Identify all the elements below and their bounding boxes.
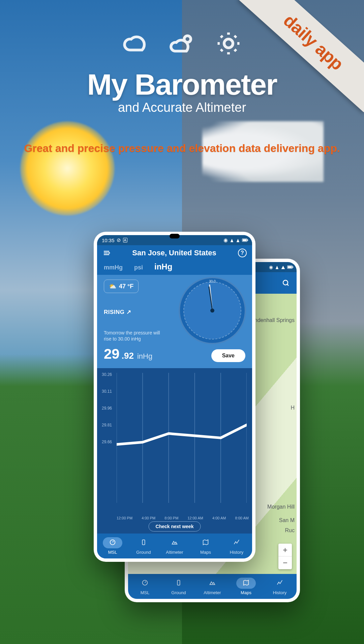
signal-icon: [237, 239, 239, 242]
weather-small-icon: ⛅: [109, 283, 116, 290]
pressure-decimal: .92: [122, 351, 134, 361]
gauge-icon: [109, 539, 116, 546]
chart-line-icon: [276, 579, 283, 586]
x-tick-0: 12:00 PM: [117, 516, 132, 520]
signal-icon: [276, 266, 278, 269]
ribbon-text: daily app: [280, 10, 347, 74]
mountain-icon: [171, 539, 178, 546]
bottom-nav-back: MSL Ground Altimeter Maps History: [128, 574, 297, 599]
battery-icon: [242, 238, 247, 242]
phone-icon: [175, 579, 182, 586]
y-tick-0: 30.26: [102, 372, 112, 377]
wifi-icon: [281, 266, 285, 269]
y-tick-4: 29.66: [102, 440, 112, 444]
do-not-disturb-icon: ⊘: [117, 237, 121, 243]
gauge-needle-white: [209, 284, 213, 311]
nav-msl[interactable]: MSL: [128, 574, 162, 599]
main-panel: ⛅ 47 °F RISING ↗ Tomorrow the pressure w…: [97, 275, 252, 368]
chart-line-icon: [233, 539, 240, 546]
gauge-needle-dark: [208, 286, 213, 311]
wifi-icon: [231, 239, 233, 242]
appbar: San Jose, United States ?: [97, 245, 252, 261]
nav-ground[interactable]: Ground: [162, 574, 195, 599]
svg-rect-12: [142, 540, 145, 545]
nav-msl-label: MSL: [141, 590, 150, 595]
check-next-week-button[interactable]: Check next week: [149, 521, 201, 532]
weather-icons-row: [122, 30, 242, 57]
nav-ground-label: Ground: [136, 550, 151, 555]
sun-icon: [215, 30, 242, 57]
mountain-icon: [209, 579, 216, 586]
save-button[interactable]: Save: [211, 349, 245, 362]
nav-altimeter-label: Altimeter: [204, 590, 221, 595]
map-label-ruc: Ruc: [285, 527, 295, 534]
x-tick-5: 8:00 AM: [235, 516, 249, 520]
menu-icon[interactable]: [102, 249, 111, 257]
tagline-text: Great and precise pressure and elevation…: [0, 142, 364, 155]
nav-ground[interactable]: Ground: [128, 534, 159, 558]
app-subtitle: and Accurate Altimeter: [0, 100, 364, 115]
x-tick-1: 4:00 PM: [142, 516, 155, 520]
map-zoom-control: + −: [278, 544, 292, 569]
camera-notch: [170, 234, 180, 238]
chart-line: [117, 373, 247, 503]
nav-maps-label: Maps: [241, 590, 251, 595]
promo-scene: daily app My Barometer and Accurate Alti…: [0, 0, 364, 644]
nav-maps[interactable]: Maps: [229, 574, 263, 599]
location-pin-icon: ◉: [269, 264, 273, 270]
title-block: My Barometer and Accurate Altimeter: [0, 67, 364, 115]
x-tick-4: 4:00 AM: [212, 516, 226, 520]
cloud-icon: [122, 30, 149, 57]
unit-tab-mmhg[interactable]: mmHg: [104, 264, 123, 271]
temperature-chip[interactable]: ⛅ 47 °F: [104, 280, 139, 293]
app-indicator-icon: A: [123, 238, 127, 243]
location-pin-icon: ◉: [223, 237, 228, 243]
nav-maps-label: Maps: [200, 550, 211, 555]
pressure-gauge: 30.0: [179, 277, 246, 344]
sun-graphic: [20, 121, 115, 216]
nav-altimeter[interactable]: Altimeter: [195, 574, 229, 599]
gauge-pivot: [210, 309, 214, 313]
y-tick-3: 29.81: [102, 423, 112, 427]
unit-tab-inhg[interactable]: inHg: [154, 262, 172, 271]
battery-icon: [287, 265, 293, 269]
svg-point-2: [283, 280, 288, 285]
chart-panel: 30.26 30.11 29.96 29.81 29.66 12:00 PM 4…: [97, 368, 252, 534]
unit-tab-psi[interactable]: psi: [134, 264, 143, 271]
nav-history[interactable]: History: [221, 534, 252, 558]
unit-selector: mmHg psi inHg: [97, 261, 252, 275]
nav-ground-label: Ground: [171, 590, 186, 595]
nav-maps[interactable]: Maps: [190, 534, 221, 558]
nav-altimeter[interactable]: Altimeter: [159, 534, 190, 558]
gauge-icon: [141, 579, 149, 586]
help-button[interactable]: ?: [238, 249, 247, 257]
search-icon[interactable]: [282, 279, 290, 287]
forecast-text: Tomorrow the pressure will rise to 30.00…: [104, 330, 168, 342]
nav-history-label: History: [230, 550, 243, 555]
nav-msl[interactable]: MSL: [97, 534, 128, 558]
x-axis-labels: 12:00 PM 4:00 PM 8:00 PM 12:00 AM 4:00 A…: [117, 516, 249, 520]
map-label-morgan: Morgan Hill: [267, 504, 295, 510]
temperature-value: 47 °F: [119, 283, 133, 290]
location-title[interactable]: San Jose, United States: [115, 249, 233, 257]
nav-msl-label: MSL: [108, 550, 117, 555]
nav-history-label: History: [273, 590, 286, 595]
gauge-top-tick: 30.0: [209, 280, 215, 283]
svg-point-1: [224, 39, 233, 48]
zoom-out-button[interactable]: −: [278, 556, 292, 569]
svg-rect-4: [177, 580, 180, 585]
zoom-in-button[interactable]: +: [278, 544, 292, 556]
map-label-sanm: San M: [279, 517, 295, 523]
nav-altimeter-label: Altimeter: [166, 550, 183, 555]
app-title: My Barometer: [0, 67, 364, 102]
nav-history[interactable]: History: [263, 574, 297, 599]
map-icon: [202, 539, 209, 546]
pressure-integer: 29: [104, 346, 120, 362]
pressure-unit: inHg: [137, 352, 152, 361]
y-tick-1: 30.11: [102, 389, 112, 394]
phone-front-frame: 10:35 ⊘ A ◉ San Jose, United States ? mm…: [94, 232, 255, 562]
status-time: 10:35: [102, 237, 115, 243]
map-icon: [242, 579, 250, 586]
x-tick-2: 8:00 PM: [164, 516, 178, 520]
bottom-nav-front: MSL Ground Altimeter Maps History: [97, 534, 252, 558]
